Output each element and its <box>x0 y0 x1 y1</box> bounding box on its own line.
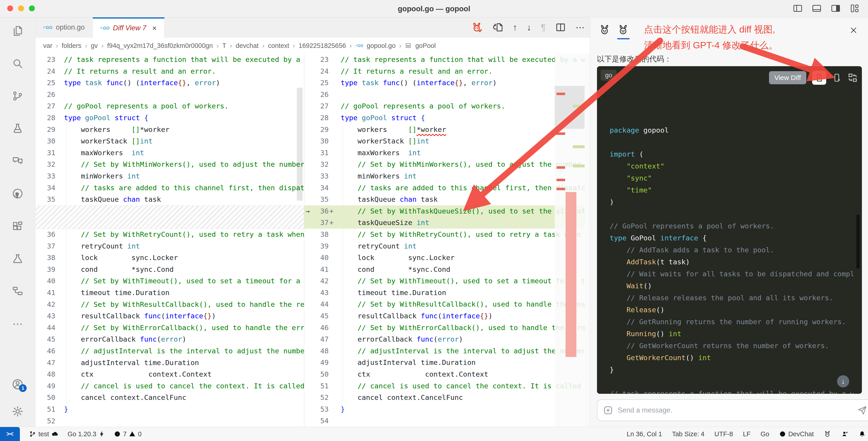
code-line[interactable]: 53} <box>304 404 590 415</box>
code-line[interactable]: 52 <box>35 415 304 427</box>
code-line[interactable]: 51} <box>35 404 304 415</box>
left-scrollbar-thumb[interactable] <box>297 88 303 200</box>
beaker-icon[interactable] <box>11 252 24 265</box>
code-line[interactable]: 40 lock sync.Locker <box>304 252 590 264</box>
code-line[interactable]: 41 cond *sync.Cond <box>304 264 590 275</box>
code-line[interactable]: 46 // adjustInterval is the interval to … <box>35 345 304 357</box>
problems-indicator[interactable]: 7 0 <box>114 430 142 438</box>
scroll-down-button[interactable]: ↓ <box>837 375 849 387</box>
search-icon[interactable] <box>11 57 24 70</box>
replace-code-button[interactable] <box>847 72 858 83</box>
language-indicator[interactable]: Go <box>761 430 769 438</box>
toggle-secondary-sidebar-icon[interactable] <box>831 3 841 13</box>
github-icon[interactable] <box>11 187 24 200</box>
code-line[interactable]: 47 adjustInterval time.Duration <box>35 357 304 369</box>
tab-diff-view[interactable]: GO Diff View 7 × <box>93 18 164 37</box>
breadcrumb-item[interactable]: gopool.go <box>367 42 395 50</box>
open-changes-icon[interactable] <box>493 22 503 33</box>
insert-code-button[interactable] <box>832 73 842 83</box>
add-context-icon[interactable] <box>603 406 613 415</box>
code-line[interactable]: 25type task func() (interface{}, error) <box>35 77 304 89</box>
breadcrumb-item[interactable]: T <box>222 42 226 50</box>
code-line[interactable]: 45 errorCallback func(error) <box>35 334 304 345</box>
code-line[interactable]: 38 // Set by WithRetryCount(), used to r… <box>304 229 590 241</box>
next-change-icon[interactable]: ↓ <box>527 22 531 33</box>
code-line[interactable]: 38 lock sync.Locker <box>35 252 304 264</box>
code-line[interactable]: 43 resultCallback func(interface{}) <box>35 310 304 322</box>
comments-icon[interactable] <box>11 155 24 167</box>
devchat-rabbit-icon[interactable] <box>471 22 483 33</box>
code-line[interactable]: 47 errorCallback func(error) <box>304 334 590 345</box>
show-diff-file-button[interactable] <box>812 71 826 85</box>
code-line[interactable]: 42 // Set by WithResultCallback(), used … <box>35 299 304 310</box>
code-line[interactable]: 43 timeout time.Duration <box>304 287 590 299</box>
breadcrumb-item[interactable]: context <box>268 42 289 50</box>
code-line[interactable]: 44 // Set by WithResultCallback(), used … <box>304 298 590 310</box>
diff-original-pane[interactable]: 23// task represents a function that wil… <box>35 54 304 427</box>
code-line[interactable]: 26 <box>35 89 304 100</box>
notifications-icon[interactable] <box>859 430 866 438</box>
settings-gear-icon[interactable] <box>11 405 24 418</box>
code-line[interactable]: 33 minWorkers int <box>35 170 304 182</box>
account-status-icon[interactable] <box>841 430 848 438</box>
code-line[interactable]: 54 <box>304 415 590 427</box>
breadcrumb-item[interactable]: folders <box>62 42 81 50</box>
code-line[interactable]: 30 workerStack []int <box>304 135 590 147</box>
code-line[interactable]: 49 // cancel is used to cancel the conte… <box>35 380 304 392</box>
extensions-icon[interactable] <box>11 220 24 232</box>
code-line[interactable]: 50 ctx context.Context <box>304 369 590 380</box>
more-views-icon[interactable]: ⋯ <box>11 317 24 330</box>
source-control-icon[interactable] <box>11 90 24 102</box>
remote-indicator[interactable]: >< <box>0 427 20 441</box>
code-line[interactable]: 29 workers []*worker <box>304 124 590 135</box>
breadcrumb-item[interactable]: f94q_vyx2m17d_36sf0zkm0r0000gn <box>107 42 213 50</box>
tab-option-go[interactable]: GO option.go <box>35 18 93 37</box>
code-line[interactable]: 31 maxWorkers int <box>304 147 590 159</box>
code-line[interactable]: 37 retryCount int <box>35 241 304 252</box>
devchat-rabbit-status-icon[interactable] <box>824 430 831 438</box>
code-line[interactable]: 51 // cancel is used to cancel the conte… <box>304 380 590 392</box>
code-line[interactable]: 50 cancel context.CancelFunc <box>35 392 304 404</box>
code-block-lines[interactable]: package gopoolimport ( "context" "sync" … <box>610 88 854 394</box>
breadcrumb-item[interactable]: var <box>43 42 52 50</box>
code-line[interactable]: 45 resultCallback func(interface{}) <box>304 310 590 322</box>
encoding-indicator[interactable]: UTF-8 <box>714 430 733 438</box>
code-line[interactable]: 24// It returns a result and an error. <box>35 65 304 77</box>
code-line[interactable]: 52 cancel context.CancelFunc <box>304 392 590 404</box>
code-line[interactable]: 48 ctx context.Context <box>35 369 304 380</box>
code-line[interactable]: 23// task represents a function that wil… <box>304 54 590 65</box>
code-line[interactable]: 35 taskQueue chan task <box>304 194 590 206</box>
toggle-sidebar-icon[interactable] <box>793 3 803 13</box>
diff-modified-pane[interactable]: 23// task represents a function that wil… <box>304 54 590 427</box>
message-input[interactable]: Send a message. <box>597 400 868 421</box>
code-line[interactable]: 33 minWorkers int <box>304 170 590 182</box>
cursor-position[interactable]: Ln 36, Col 1 <box>627 430 662 438</box>
code-line[interactable]: 32 // Set by WithMinWorkers(), used to a… <box>35 159 304 170</box>
minimap[interactable] <box>555 54 585 427</box>
code-line[interactable]: 41 timeout time.Duration <box>35 287 304 299</box>
close-panel-icon[interactable] <box>849 26 858 35</box>
pipeline-icon[interactable] <box>11 285 24 297</box>
breadcrumb-item[interactable]: devchat <box>236 42 259 50</box>
view-diff-button[interactable]: View Diff <box>769 71 806 84</box>
split-editor-icon[interactable] <box>555 22 566 33</box>
more-actions-icon[interactable]: ⋯ <box>576 22 585 33</box>
code-line[interactable]: 44 // Set by WithErrorCallback(), used t… <box>35 322 304 334</box>
code-line[interactable]: 29 workers []*worker <box>35 124 304 135</box>
code-line[interactable]: 27// goPool represents a pool of workers… <box>304 100 590 112</box>
code-line[interactable]: 31 maxWorkers int <box>35 147 304 159</box>
code-line[interactable]: 23// task represents a function that wil… <box>35 54 304 65</box>
code-line[interactable]: 46 // Set by WithErrorCallback(), used t… <box>304 322 590 334</box>
close-tab-icon[interactable]: × <box>152 24 157 33</box>
code-line[interactable]: 26 <box>304 89 590 100</box>
code-line[interactable]: 24// It returns a result and an error. <box>304 65 590 77</box>
code-line[interactable]: 49 adjustInterval time.Duration <box>304 357 590 369</box>
code-line[interactable]: 39 retryCount int <box>304 241 590 252</box>
send-icon[interactable] <box>857 405 867 415</box>
whitespace-toggle-icon[interactable]: ¶ <box>541 22 546 33</box>
branch-indicator[interactable]: test <box>29 430 59 438</box>
previous-change-icon[interactable]: ↑ <box>513 22 518 33</box>
go-version-indicator[interactable]: Go 1.20.3 <box>68 430 105 438</box>
code-line[interactable]: 39 cond *sync.Cond <box>35 264 304 275</box>
breadcrumb-item[interactable]: 1692251825656 <box>299 42 346 50</box>
